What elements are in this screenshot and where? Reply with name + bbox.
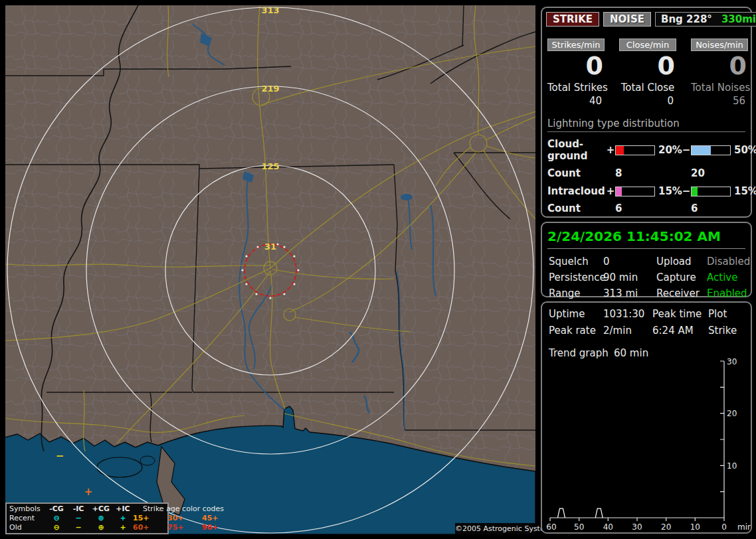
cg-positive-count: 8 (615, 167, 655, 179)
close-per-min-value: 0 (619, 51, 676, 80)
aged-positive-strike: + (84, 486, 93, 498)
legend-col-neg-ic: -IC (68, 504, 89, 514)
range-value: 313 mi (603, 287, 656, 299)
total-close-label: Total Close (619, 82, 676, 94)
strikes-per-min-chip[interactable]: Strikes/min (547, 38, 605, 51)
intracloud-count-row: Count 6 6 (547, 202, 748, 214)
noises-per-min-chip[interactable]: Noises/min (691, 38, 748, 51)
ring-label-313: 313 (261, 5, 279, 15)
trend-y-labels: 30 20 10 (727, 357, 737, 471)
cloud-ground-row: Cloud-ground + 20% − 50% (547, 138, 748, 162)
trend-graph: 30 20 10 60 50 40 30 20 10 0 min (545, 353, 751, 532)
ic-negative-bar (691, 187, 731, 196)
plus-sign: + (606, 185, 615, 197)
svg-text:50: 50 (574, 522, 584, 532)
trend-x-unit: min (737, 522, 751, 532)
distribution-title: Lightning type distribution (547, 117, 745, 132)
svg-text:10: 10 (727, 461, 737, 471)
svg-text:60: 60 (546, 522, 556, 532)
intracloud-row: Intracloud + 15% − 15% (547, 185, 748, 197)
receiver-label: Receiver (656, 287, 707, 299)
legend-col-pos-ic: +IC (113, 504, 133, 514)
map-canvas: 313 219 125 31 −+ (5, 5, 535, 534)
recent-neg-cg-icon: ⊖ (45, 514, 68, 523)
noise-toggle-button[interactable]: NOISE (603, 12, 651, 27)
upload-label: Upload (656, 256, 707, 268)
svg-text:20: 20 (727, 409, 737, 418)
close-per-min-column: Close/min 0 Total Close 0 (619, 38, 676, 107)
total-strikes-label: Total Strikes (547, 82, 605, 94)
age-15: 15+ (133, 514, 167, 523)
trend-data-peaks (557, 508, 603, 518)
uptime-value: 1031:30 (603, 308, 652, 320)
bearing-range-value: 330mi (721, 13, 756, 25)
cg-negative-count: 20 (691, 167, 731, 179)
ic-positive-pct: 15% (655, 185, 682, 197)
squelch-value: 0 (603, 256, 656, 268)
age-60: 60+ (133, 523, 167, 532)
legend-symbols-header: Symbols (9, 504, 45, 514)
ring-label-219: 219 (261, 84, 279, 94)
strike-toggle-button[interactable]: STRIKE (546, 12, 599, 27)
noises-per-min-column: Noises/min 0 Total Noises 56 (691, 38, 748, 107)
status-panel: 2/24/2026 11:45:02 AM Squelch 0 Upload D… (541, 222, 752, 297)
intracloud-label: Intracloud (547, 185, 606, 197)
cg-positive-pct: 20% (655, 144, 682, 156)
svg-text:20: 20 (661, 522, 671, 532)
datetime-display: 2/24/2026 11:45:02 AM (547, 228, 745, 249)
minus-sign: − (682, 144, 691, 156)
count-label: Count (547, 202, 606, 214)
noises-per-min-value: 0 (691, 51, 748, 80)
svg-text:30: 30 (727, 357, 737, 366)
range-label: Range (549, 287, 603, 299)
ic-positive-bar (615, 187, 655, 196)
old-negative-ic-strike: − (56, 450, 64, 462)
legend-age-header: Strike age color codes (133, 504, 234, 514)
cg-negative-pct: 50% (731, 144, 756, 156)
uptime-label: Uptime (549, 308, 603, 320)
recent-pos-ic-icon: + (113, 514, 133, 523)
old-neg-ic-icon: − (68, 523, 89, 532)
bearing-value: Bng 228° (661, 13, 712, 25)
trend-peak (557, 508, 565, 518)
ring-label-31: 31 (264, 242, 276, 252)
close-per-min-chip[interactable]: Close/min (619, 38, 676, 51)
persistence-label: Persistence (549, 271, 603, 283)
total-noises-value: 56 (691, 95, 748, 107)
strikes-per-min-column: Strikes/min 0 Total Strikes 40 (547, 38, 605, 107)
old-pos-ic-icon: + (113, 523, 133, 532)
age-45: 45+ (202, 514, 234, 523)
upload-status: Disabled (707, 256, 750, 268)
recent-neg-ic-icon: − (68, 514, 89, 523)
age-30: 30+ (167, 514, 202, 523)
strike-counters-panel: STRIKE NOISE Bng 228°330mi Strikes/min 0… (541, 7, 752, 218)
svg-text:10: 10 (690, 522, 700, 532)
old-pos-cg-icon: ⊕ (89, 523, 113, 532)
trend-x-labels: 60 50 40 30 20 10 0 min (546, 522, 751, 532)
peak-time-label: Peak time (652, 308, 708, 320)
legend-col-neg-cg: -CG (45, 504, 68, 514)
ic-positive-count: 6 (615, 202, 655, 214)
svg-text:0: 0 (721, 522, 727, 532)
old-neg-cg-icon: ⊖ (45, 523, 68, 532)
cg-positive-bar (615, 145, 655, 155)
count-label: Count (547, 167, 606, 179)
ring-label-125: 125 (261, 161, 279, 171)
plot-label: Plot (708, 308, 745, 320)
persistence-value: 90 min (603, 271, 656, 283)
trend-axes (550, 361, 724, 521)
legend-col-pos-cg: +CG (89, 504, 113, 514)
capture-status: Active (707, 271, 750, 283)
bearing-readout: Bng 228°330mi (655, 12, 756, 27)
cg-negative-bar (691, 145, 731, 155)
legend-row-label: Old (9, 523, 45, 532)
copyright-notice: ©2005 Astrogenic Systems (455, 523, 535, 534)
peak-rate-label: Peak rate (549, 325, 603, 337)
capture-label: Capture (656, 271, 707, 283)
lightning-map[interactable]: 313 219 125 31 −+ Symbols -CG -IC +CG +I… (5, 5, 535, 534)
age-90: 90+ (202, 523, 234, 532)
trend-panel: Uptime 1031:30 Peak time Plot Peak rate … (541, 301, 752, 534)
map-legend: Symbols -CG -IC +CG +IC Strike age color… (5, 502, 169, 534)
total-noises-label: Total Noises (691, 82, 748, 94)
squelch-label: Squelch (549, 256, 603, 268)
